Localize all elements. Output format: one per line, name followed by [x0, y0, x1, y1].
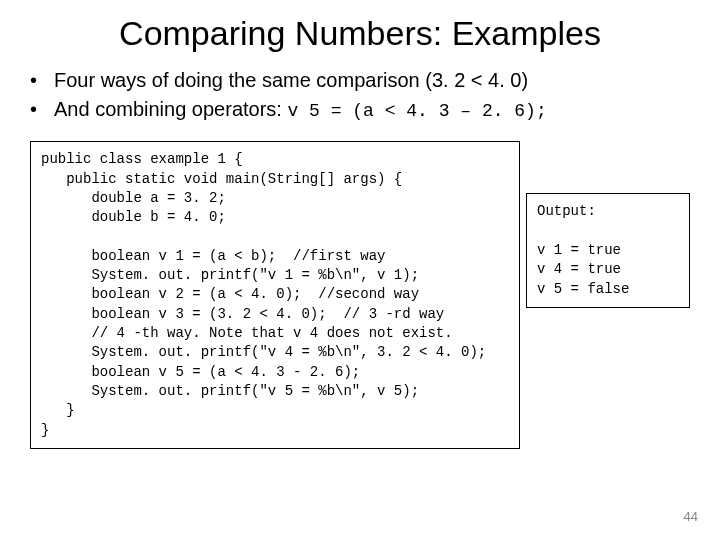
- bullet-dot-icon: •: [30, 67, 54, 94]
- content-area: public class example 1 { public static v…: [0, 135, 720, 449]
- bullet-item: • Four ways of doing the same comparison…: [54, 67, 690, 94]
- page-number: 44: [684, 509, 698, 524]
- bullet-prefix: And combining operators:: [54, 98, 287, 120]
- output-block: Output: v 1 = true v 4 = true v 5 = fals…: [526, 193, 690, 308]
- slide-title: Comparing Numbers: Examples: [0, 0, 720, 67]
- bullet-text: Four ways of doing the same comparison (…: [54, 67, 528, 94]
- bullet-text: And combining operators: v 5 = (a < 4. 3…: [54, 96, 547, 123]
- code-block: public class example 1 { public static v…: [30, 141, 520, 449]
- bullet-item: • And combining operators: v 5 = (a < 4.…: [54, 96, 690, 123]
- bullet-inline-code: v 5 = (a < 4. 3 – 2. 6);: [287, 101, 546, 121]
- bullet-dot-icon: •: [30, 96, 54, 123]
- bullet-list: • Four ways of doing the same comparison…: [0, 67, 720, 135]
